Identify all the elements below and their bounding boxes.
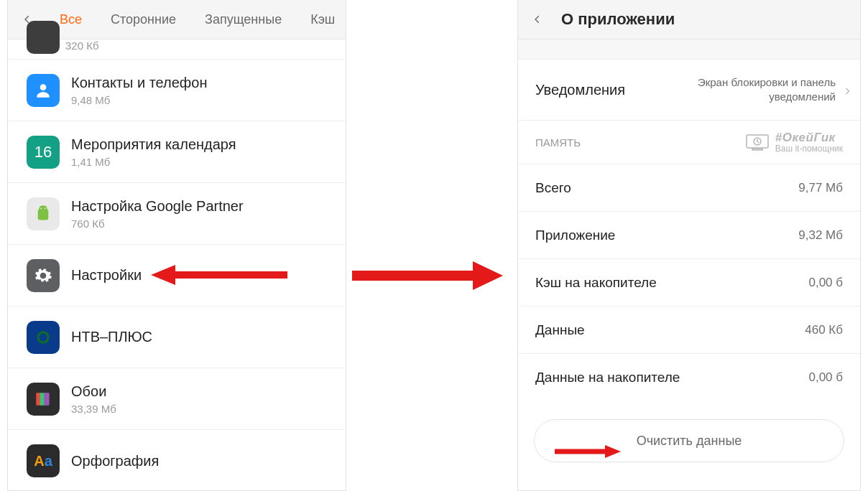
app-name: Орфография xyxy=(71,453,159,469)
svg-point-0 xyxy=(40,84,47,90)
kv-app: Приложение 9,32 Мб xyxy=(518,211,860,258)
kv-val: 9,77 Мб xyxy=(798,181,843,195)
partial-row: 320 Кб xyxy=(8,39,346,60)
ntv-icon xyxy=(27,321,60,354)
notifications-label: Уведомления xyxy=(535,82,625,98)
app-name: Контакты и телефон xyxy=(71,75,207,91)
app-name: Настройки xyxy=(71,267,142,284)
kv-val: 0,00 б xyxy=(808,276,843,290)
app-name: Мероприятия календаря xyxy=(71,136,236,153)
kv-data-storage: Данные на накопителе 0,00 б xyxy=(518,353,860,401)
app-row-google-partner[interactable]: Настройка Google Partner 760 Кб xyxy=(8,183,346,245)
kv-key: Данные на накопителе xyxy=(535,370,680,385)
clear-data-label: Очистить данные xyxy=(637,434,742,449)
kv-key: Кэш на накопителе xyxy=(535,275,657,291)
tab-thirdparty[interactable]: Сторонние xyxy=(111,12,176,27)
app-size: 9,48 Мб xyxy=(71,94,207,106)
calendar-icon: 16 xyxy=(27,136,60,169)
watermark-tag: #ОкейГик xyxy=(775,131,843,145)
apps-list-screen: Все Сторонние Запущенные Кэш 320 Кб Конт… xyxy=(7,0,346,491)
back-icon[interactable] xyxy=(531,13,544,26)
kv-key: Всего xyxy=(535,180,571,196)
spell-icon: Aa xyxy=(27,444,60,477)
kv-val: 0,00 б xyxy=(808,370,843,385)
app-row-contacts[interactable]: Контакты и телефон 9,48 Мб xyxy=(8,60,346,121)
svg-point-2 xyxy=(45,207,46,209)
android-icon xyxy=(27,197,60,230)
kv-val: 460 Кб xyxy=(805,323,843,337)
section-gap xyxy=(518,39,860,59)
tabs: Все Сторонние Запущенные Кэш xyxy=(60,12,335,27)
topbar-right: О приложении xyxy=(518,0,860,39)
svg-point-4 xyxy=(40,333,47,341)
kv-cache: Кэш на накопителе 0,00 б xyxy=(518,258,860,306)
kv-key: Данные xyxy=(535,322,585,338)
kv-total: Всего 9,77 Мб xyxy=(518,164,860,211)
watermark-sub: Ваш it-помощник xyxy=(775,144,843,154)
app-row-calendar[interactable]: 16 Мероприятия календаря 1,41 Мб xyxy=(8,121,346,183)
chevron-right-icon xyxy=(843,85,851,94)
notifications-value: Экран блокировки и панель уведомлений xyxy=(663,75,836,105)
app-size: 33,39 Мб xyxy=(71,403,116,415)
app-name: Обои xyxy=(71,383,116,400)
contacts-icon xyxy=(27,74,60,107)
app-row-wallpaper[interactable]: Обои 33,39 Мб xyxy=(8,368,346,430)
notifications-row[interactable]: Уведомления Экран блокировки и панель ув… xyxy=(518,59,860,121)
svg-marker-12 xyxy=(151,265,175,285)
svg-rect-9 xyxy=(752,149,762,150)
app-name: Настройка Google Partner xyxy=(71,198,244,215)
wallpaper-icon xyxy=(27,383,60,416)
app-row-ntv[interactable]: НТВ–ПЛЮС xyxy=(8,307,346,368)
partial-size: 320 Кб xyxy=(65,39,99,52)
memory-section-header: ПАМЯТЬ #ОкейГик Ваш it-помощник xyxy=(518,121,860,164)
annotation-arrow-clear xyxy=(555,443,621,460)
kv-val: 9,32 Мб xyxy=(798,228,843,243)
annotation-arrow-right xyxy=(352,260,503,291)
svg-rect-7 xyxy=(44,393,50,405)
svg-marker-14 xyxy=(473,261,503,290)
watermark: #ОкейГик Ваш it-помощник xyxy=(745,131,843,154)
memory-label: ПАМЯТЬ xyxy=(535,136,581,149)
kv-key: Приложение xyxy=(535,228,615,243)
svg-point-1 xyxy=(40,207,42,209)
app-row-spell[interactable]: Aa Орфография xyxy=(8,430,346,491)
app-name: НТВ–ПЛЮС xyxy=(71,329,152,345)
app-size: 1,41 Мб xyxy=(71,156,236,168)
tab-all[interactable]: Все xyxy=(60,12,82,27)
tab-running[interactable]: Запущенные xyxy=(205,12,282,27)
tab-cache[interactable]: Кэш xyxy=(310,12,335,27)
gear-icon xyxy=(27,259,60,292)
kv-data: Данные 460 Кб xyxy=(518,306,860,353)
annotation-arrow-left xyxy=(151,263,287,287)
svg-marker-16 xyxy=(605,445,621,458)
page-title: О приложении xyxy=(561,10,675,29)
partial-app-icon xyxy=(27,21,60,54)
app-info-screen: О приложении Уведомления Экран блокировк… xyxy=(517,0,861,491)
app-size: 760 Кб xyxy=(71,218,244,230)
